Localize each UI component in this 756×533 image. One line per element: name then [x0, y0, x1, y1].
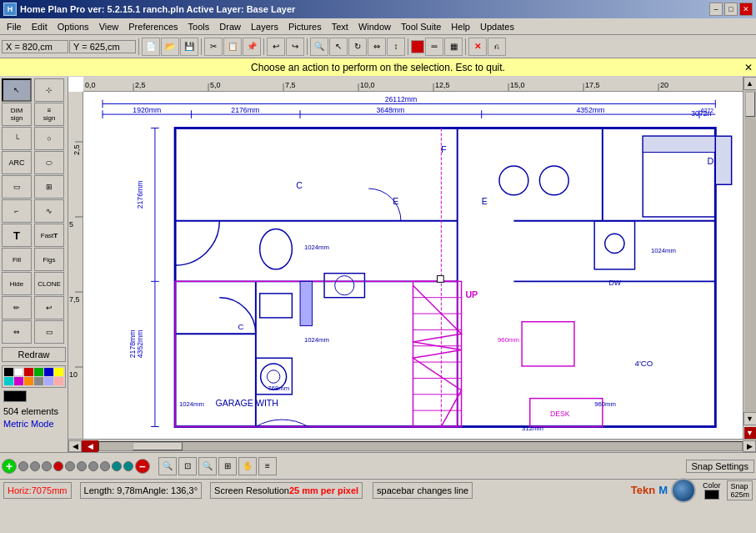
vertical-scrollbar[interactable]: ▲ ▼ ▼ [743, 77, 756, 439]
horizontal-scrollbar[interactable]: ◀ ◀ ▶ [68, 439, 756, 452]
figs-tool-btn[interactable]: Figs [34, 248, 64, 271]
minimize-button[interactable]: – [709, 3, 723, 16]
rect-tool-btn[interactable]: ▭ [2, 175, 32, 199]
color-yellow[interactable] [54, 368, 63, 376]
curve-tool-btn[interactable]: ↩ [34, 296, 64, 319]
scroll-right-arrow[interactable]: ▶ [743, 440, 756, 452]
indicator-6[interactable] [77, 461, 87, 471]
clone-tool-btn[interactable]: CLONE [34, 272, 64, 295]
menu-draw[interactable]: Draw [214, 20, 246, 33]
undo-icon[interactable]: ↩ [267, 38, 285, 56]
menu-layers[interactable]: Layers [246, 20, 283, 33]
snap-settings-button[interactable]: Snap Settings [686, 460, 755, 473]
close-button[interactable]: ✕ [739, 3, 753, 16]
color-orange[interactable] [24, 377, 33, 385]
text-tool-btn[interactable]: T [2, 224, 32, 247]
cut-icon[interactable]: ✂ [204, 38, 223, 56]
color-white[interactable] [14, 368, 23, 376]
redo-icon[interactable]: ↪ [286, 38, 304, 56]
menu-file[interactable]: File [2, 20, 27, 33]
fill-icon[interactable]: ▦ [444, 38, 463, 56]
indicator-5[interactable] [65, 461, 75, 471]
redraw-button[interactable]: Redraw [2, 347, 66, 362]
box2-tool-btn[interactable]: ▭ [34, 320, 64, 344]
scroll-left-red-arrow[interactable]: ◀ [82, 440, 98, 452]
pen-tool-btn[interactable]: ✏ [2, 296, 32, 319]
indicator-2[interactable] [30, 461, 40, 471]
indicator-8[interactable] [100, 461, 110, 471]
hline-tool-btn[interactable]: ⇔ [2, 320, 32, 344]
mirror-icon[interactable]: ⇔ [368, 38, 386, 56]
paste-icon[interactable]: 📌 [243, 38, 261, 56]
menu-help[interactable]: Help [446, 20, 475, 33]
wave-tool-btn[interactable]: ∿ [34, 199, 64, 223]
color-pink[interactable] [54, 377, 63, 385]
sign-tool-btn[interactable]: ≡sign [34, 103, 64, 126]
info-close-icon[interactable]: ✕ [744, 62, 753, 73]
zoom-in-button[interactable]: 🔍 [158, 457, 177, 475]
color-green[interactable] [34, 368, 43, 376]
new-file-icon[interactable]: 📄 [142, 38, 160, 56]
add-button[interactable]: + [2, 459, 17, 474]
color-box-icon[interactable] [411, 40, 424, 53]
grid-tool-btn[interactable]: ⊞ [34, 175, 64, 199]
arc-tool-btn[interactable]: ARC [2, 151, 32, 174]
menu-edit[interactable]: Edit [27, 20, 53, 33]
wall-tool-btn[interactable]: ⌐ [2, 199, 32, 223]
color-cyan[interactable] [4, 377, 13, 385]
scroll-h-track[interactable] [98, 441, 743, 451]
indicator-4[interactable] [53, 461, 63, 471]
line-style-icon[interactable]: ═ [425, 38, 443, 56]
select-icon[interactable]: ↖ [329, 38, 348, 56]
menu-updates[interactable]: Updates [475, 20, 519, 33]
delete-icon[interactable]: ✕ [468, 38, 487, 56]
menu-text[interactable]: Text [327, 20, 353, 33]
menu-options[interactable]: Options [53, 20, 94, 33]
color-red[interactable] [24, 368, 33, 376]
open-file-icon[interactable]: 📂 [161, 38, 179, 56]
zoom-out-button[interactable]: 🔍 [198, 457, 217, 475]
scroll-up-arrow[interactable]: ▲ [743, 77, 757, 90]
undo2-icon[interactable]: ⎌ [488, 38, 506, 56]
align-icon[interactable]: ↕ [387, 38, 405, 56]
indicator-7[interactable] [88, 461, 98, 471]
dim-tool-btn[interactable]: DIMsign [2, 103, 32, 126]
copy-icon[interactable]: 📋 [223, 38, 242, 56]
select-tool-btn[interactable]: ↖ [2, 78, 32, 102]
menu-tools[interactable]: Tools [183, 20, 215, 33]
indicator-1[interactable] [18, 461, 28, 471]
scroll-h-thumb[interactable] [133, 442, 183, 450]
color-magenta[interactable] [14, 377, 23, 385]
remove-button[interactable]: – [135, 459, 150, 474]
crosshair-tool-btn[interactable]: ⊹ [34, 78, 64, 102]
menu-window[interactable]: Window [353, 20, 396, 33]
layer-button[interactable]: ≡ [258, 457, 277, 475]
color-indicator[interactable] [704, 490, 719, 500]
scroll-left-arrow[interactable]: ◀ [68, 440, 82, 452]
hide-tool-btn[interactable]: Hide [2, 272, 32, 295]
fast-text-tool-btn[interactable]: FastT [34, 224, 64, 247]
color-blue[interactable] [44, 368, 53, 376]
scroll-down-arrow[interactable]: ▼ [743, 412, 757, 425]
ellipse-tool-btn[interactable]: ⬭ [34, 151, 64, 174]
save-icon[interactable]: 💾 [180, 38, 198, 56]
menu-preferences[interactable]: Preferences [123, 20, 183, 33]
zoom-fit-button[interactable]: ⊡ [178, 457, 197, 475]
pan-button[interactable]: ✋ [238, 457, 257, 475]
circle-tool-btn[interactable]: ○ [34, 127, 64, 150]
line-tool-btn[interactable]: └ [2, 127, 32, 150]
scroll-v-track[interactable] [744, 90, 756, 412]
color-gray[interactable] [34, 377, 43, 385]
menu-toolsuite[interactable]: Tool Suite [396, 20, 446, 33]
zoom-in-icon[interactable]: 🔍 [310, 38, 328, 56]
indicator-3[interactable] [42, 461, 52, 471]
maximize-button[interactable]: □ [724, 3, 738, 16]
indicator-10[interactable] [123, 461, 133, 471]
scroll-v-thumb[interactable] [745, 92, 755, 117]
rotate-icon[interactable]: ↻ [348, 38, 367, 56]
color-black[interactable] [4, 368, 13, 376]
current-color-swatch[interactable] [3, 390, 27, 402]
menu-view[interactable]: View [94, 20, 124, 33]
fill-tool-btn[interactable]: Fill [2, 248, 32, 271]
zoom-window-button[interactable]: ⊞ [218, 457, 237, 475]
